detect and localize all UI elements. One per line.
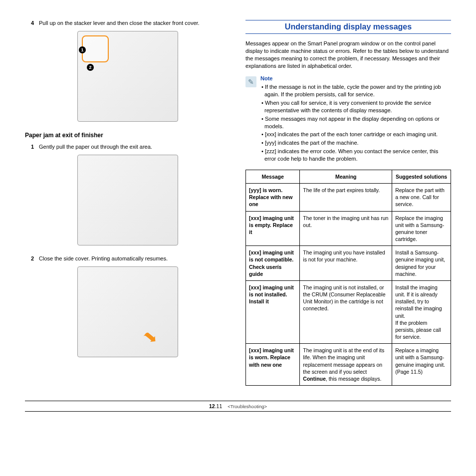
callout-badge-1: 1 — [79, 46, 86, 53]
meaning-post: , this message displays. — [326, 376, 381, 382]
col-solution: Suggested solutions — [392, 170, 451, 183]
arrow-icon: ➦ — [139, 325, 162, 349]
cell-meaning: The life of the part expires totally. — [300, 183, 392, 211]
note-item: When you call for service, it is very co… — [260, 99, 451, 114]
figure-pull-paper — [25, 155, 231, 245]
note-item: [yyy] indicates the part of the machine. — [260, 139, 451, 147]
col-meaning: Meaning — [300, 170, 392, 183]
page-number-rest: .11 — [215, 403, 223, 409]
left-column: 4 Pull up on the stacker lever and then … — [25, 20, 231, 386]
cell-message: [xxx] imaging unit is worn. Replace with… — [246, 344, 300, 386]
note-content: Note If the message is not in the table,… — [260, 75, 451, 163]
step-number: 2 — [25, 255, 34, 261]
note-item: [zzz] indicates the error code. When you… — [260, 148, 451, 163]
cell-solution: Install a Samsung-genuine imaging unit, … — [392, 246, 451, 281]
cell-meaning: The imaging unit you have installed is n… — [300, 246, 392, 281]
printer-illustration: ➦ — [77, 266, 178, 357]
table-row: [xxx] imaging unit is not installed. Ins… — [246, 280, 451, 343]
intro-paragraph: Messages appear on the Smart Panel progr… — [245, 40, 451, 69]
step-text: Close the side cover. Printing automatic… — [39, 255, 231, 261]
step-1: 1 Gently pull the paper out through the … — [25, 144, 231, 150]
step-number: 1 — [25, 144, 34, 150]
cell-message: [yyy] is worn. Replace with new one — [246, 183, 300, 211]
page-number-bold: 12 — [209, 403, 215, 409]
printer-illustration — [77, 155, 178, 245]
step-text: Gently pull the paper out through the ex… — [39, 144, 231, 150]
section-title: Understanding display messages — [245, 20, 451, 34]
note-block: ✎ Note If the message is not in the tabl… — [245, 75, 451, 163]
step-4: 4 Pull up on the stacker lever and then … — [25, 20, 231, 26]
meaning-pre: The imaging unit is at the end of its li… — [303, 347, 384, 375]
cell-meaning: The imaging unit is not installed, or th… — [300, 280, 392, 343]
note-icon: ✎ — [245, 76, 256, 87]
cell-message: [xxx] imaging unit is not installed. Ins… — [246, 280, 300, 343]
meaning-bold: Continue — [303, 376, 326, 382]
cell-meaning: The imaging unit is at the end of its li… — [300, 344, 392, 386]
note-item: If the message is not in the table, cycl… — [260, 83, 451, 98]
printer-illustration: 1 2 — [77, 31, 178, 122]
note-item: Some messages may not appear in the disp… — [260, 115, 451, 130]
cell-solution: Replace the imaging unit with a Samsung-… — [392, 211, 451, 246]
right-column: Understanding display messages Messages … — [245, 20, 451, 386]
callout-box — [82, 35, 109, 62]
step-text: Pull up on the stacker lever and then cl… — [39, 20, 231, 26]
footer-section: <Troubleshooting> — [228, 404, 267, 409]
cell-meaning: The toner in the imaging unit has run ou… — [300, 211, 392, 246]
table-header-row: Message Meaning Suggested solutions — [246, 170, 451, 183]
callout-badge-2: 2 — [87, 64, 94, 71]
messages-table: Message Meaning Suggested solutions [yyy… — [245, 170, 451, 386]
table-row: [yyy] is worn. Replace with new one The … — [246, 183, 451, 211]
figure-stacker-lever: 1 2 — [25, 31, 231, 122]
note-label: Note — [260, 75, 451, 81]
table-row: [xxx] imaging unit is worn. Replace with… — [246, 344, 451, 386]
table-row: [xxx] imaging unit is empty. Replace it … — [246, 211, 451, 246]
page-footer: 12.11 <Troubleshooting> — [25, 401, 451, 412]
step-number: 4 — [25, 20, 34, 26]
col-message: Message — [246, 170, 300, 183]
cell-solution: Replace the part with a new one. Call fo… — [392, 183, 451, 211]
figure-close-cover: ➦ — [25, 266, 231, 357]
cell-message: [xxx] imaging unit is not compatible. Ch… — [246, 246, 300, 281]
cell-solution: Install the imaging unit. If it is alrea… — [392, 280, 451, 343]
note-item: [xxx] indicates the part of the each ton… — [260, 131, 451, 138]
subheading-paper-jam-exit: Paper jam at exit of finisher — [25, 132, 231, 139]
cell-message: [xxx] imaging unit is empty. Replace it — [246, 211, 300, 246]
step-2: 2 Close the side cover. Printing automat… — [25, 255, 231, 261]
table-row: [xxx] imaging unit is not compatible. Ch… — [246, 246, 451, 281]
note-list: If the message is not in the table, cycl… — [260, 83, 451, 162]
cell-solution: Replace a imaging unit with a Samsung-ge… — [392, 344, 451, 386]
